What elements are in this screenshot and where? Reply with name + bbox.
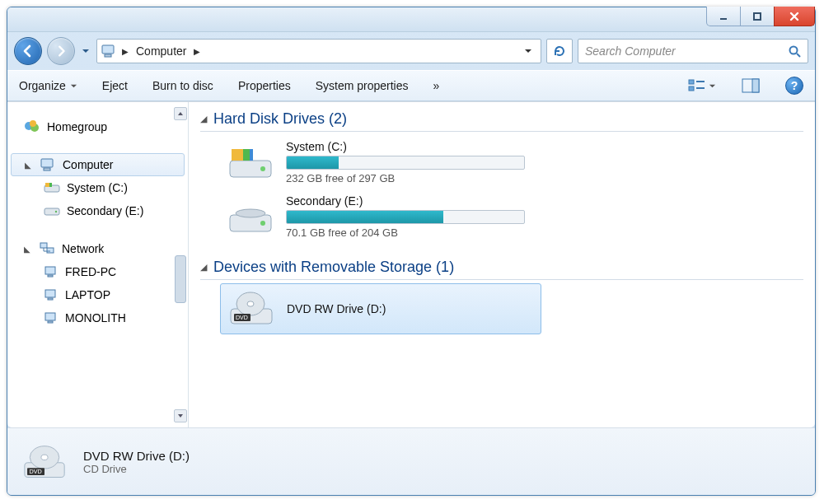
capacity-bar <box>286 210 525 224</box>
content-pane: ◢ Hard Disk Drives (2) Syst <box>189 102 815 427</box>
nav-drive-c-label: System (C:) <box>67 181 128 194</box>
svg-point-39 <box>236 209 265 217</box>
network-icon <box>39 241 55 256</box>
command-toolbar: Organize Eject Burn to disc Properties S… <box>7 70 815 101</box>
navigation-pane: Homegroup ◣ Computer System (C:) <box>7 102 189 427</box>
svg-rect-11 <box>752 79 759 92</box>
chevron-down-icon <box>70 82 77 90</box>
organize-label: Organize <box>19 79 66 92</box>
nav-pc-fred[interactable]: FRED-PC <box>7 260 188 283</box>
drive-system-c[interactable]: System (C:) 232 GB free of 297 GB <box>220 135 803 189</box>
collapse-icon: ◢ <box>200 262 207 273</box>
scroll-up-button[interactable] <box>174 107 187 120</box>
nav-scrollbar[interactable] <box>173 107 188 422</box>
svg-rect-0 <box>720 18 727 20</box>
preview-pane-button[interactable] <box>741 76 761 96</box>
svg-rect-28 <box>45 290 55 297</box>
nav-network-label: Network <box>62 242 104 255</box>
category-hdd-header[interactable]: ◢ Hard Disk Drives (2) <box>200 109 803 132</box>
category-removable-header[interactable]: ◢ Devices with Removable Storage (1) <box>200 257 803 280</box>
eject-button[interactable]: Eject <box>102 79 128 92</box>
scroll-down-button[interactable] <box>174 409 187 422</box>
view-options-button[interactable] <box>688 78 716 93</box>
back-button[interactable] <box>14 37 42 65</box>
svg-rect-29 <box>48 298 53 300</box>
homegroup-icon <box>24 119 40 134</box>
drive-free-text: 232 GB free of 297 GB <box>286 172 525 184</box>
svg-rect-2 <box>102 45 114 54</box>
svg-rect-23 <box>47 248 54 253</box>
category-hdd: ◢ Hard Disk Drives (2) Syst <box>200 109 803 249</box>
capacity-bar <box>286 156 525 170</box>
breadcrumb-sep-icon: ▶ <box>194 47 200 56</box>
refresh-button[interactable] <box>546 39 573 63</box>
drive-secondary-e[interactable]: Secondary (E:) 70.1 GB free of 204 GB <box>220 189 803 244</box>
svg-point-21 <box>55 211 57 212</box>
view-icon <box>688 78 706 93</box>
close-button[interactable] <box>774 7 815 26</box>
breadcrumb-computer[interactable]: Computer <box>133 44 189 58</box>
drive-dvd-d[interactable]: DVD DVD RW Drive (D:) <box>220 283 541 334</box>
nav-drive-c[interactable]: System (C:) <box>7 176 188 199</box>
nav-drive-e[interactable]: Secondary (E:) <box>7 199 188 222</box>
drive-name: DVD RW Drive (D:) <box>287 302 386 315</box>
nav-pc-monolith[interactable]: MONOLITH <box>7 306 188 329</box>
svg-rect-34 <box>232 149 243 161</box>
chevron-down-icon <box>709 82 716 90</box>
svg-rect-30 <box>45 313 55 320</box>
drive-name: System (C:) <box>286 140 525 153</box>
burn-button[interactable]: Burn to disc <box>152 79 213 92</box>
computer-icon <box>101 44 117 58</box>
properties-button[interactable]: Properties <box>238 79 291 92</box>
svg-rect-36 <box>250 149 253 161</box>
svg-rect-15 <box>41 159 53 167</box>
search-input[interactable] <box>585 44 788 58</box>
toolbar-overflow[interactable]: » <box>433 79 440 92</box>
svg-point-47 <box>41 455 48 460</box>
svg-point-42 <box>247 301 254 306</box>
svg-rect-35 <box>243 149 250 161</box>
help-button[interactable]: ? <box>785 77 803 95</box>
maximize-button[interactable] <box>740 7 775 26</box>
category-removable: ◢ Devices with Removable Storage (1) DVD <box>200 257 803 339</box>
address-dropdown[interactable] <box>519 47 537 55</box>
pc-icon <box>44 288 59 301</box>
category-removable-title: Devices with Removable Storage (1) <box>213 259 454 276</box>
dvd-drive-icon: DVD <box>227 289 275 329</box>
nav-drive-e-label: Secondary (E:) <box>67 204 143 217</box>
pc-icon <box>44 265 59 278</box>
address-row: ▶ Computer ▶ <box>7 32 815 70</box>
nav-pc-laptop[interactable]: LAPTOP <box>7 283 188 306</box>
svg-rect-6 <box>689 80 694 84</box>
details-subtitle: CD Drive <box>83 463 190 475</box>
address-bar[interactable]: ▶ Computer ▶ <box>96 39 541 63</box>
svg-rect-7 <box>689 86 694 91</box>
forward-button[interactable] <box>47 37 75 65</box>
organize-menu[interactable]: Organize <box>19 79 77 92</box>
svg-rect-31 <box>48 321 53 323</box>
drive-name: Secondary (E:) <box>286 194 525 208</box>
nav-pc-label: LAPTOP <box>65 288 110 301</box>
details-title: DVD RW Drive (D:) <box>83 449 190 463</box>
system-properties-button[interactable]: System properties <box>316 79 409 92</box>
svg-point-33 <box>260 166 265 171</box>
nav-pc-label: MONOLITH <box>65 311 126 324</box>
scroll-thumb[interactable] <box>175 255 186 303</box>
search-box[interactable] <box>578 39 808 63</box>
collapse-icon: ◢ <box>200 114 207 124</box>
svg-rect-22 <box>40 243 47 248</box>
drive-icon <box>227 197 274 236</box>
nav-computer[interactable]: ◣ Computer <box>11 153 185 176</box>
nav-history-dropdown[interactable] <box>80 45 91 57</box>
expand-icon: ◣ <box>24 245 32 254</box>
explorer-window: ▶ Computer ▶ Organize Eject Burn to disc… <box>7 7 816 496</box>
svg-rect-1 <box>754 13 761 20</box>
nav-homegroup[interactable]: Homegroup <box>7 115 188 138</box>
svg-text:DVD: DVD <box>29 468 41 475</box>
minimize-button[interactable] <box>706 7 741 26</box>
svg-rect-3 <box>105 54 111 57</box>
nav-network[interactable]: ◣ Network <box>7 237 188 260</box>
svg-point-14 <box>30 120 36 127</box>
svg-rect-20 <box>44 208 59 215</box>
nav-pc-label: FRED-PC <box>65 265 116 278</box>
